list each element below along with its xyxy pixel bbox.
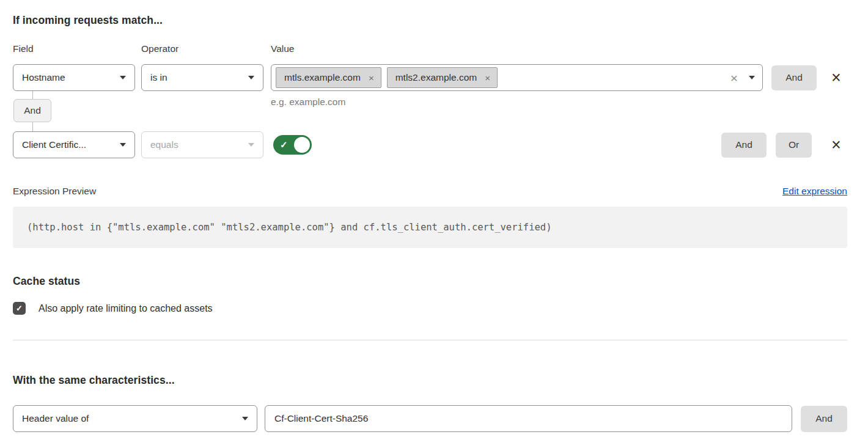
field-column-label: Field	[13, 43, 141, 54]
characteristics-title: With the same characteristics...	[13, 374, 847, 387]
tag-remove-icon[interactable]: ×	[369, 73, 374, 82]
check-icon: ✓	[16, 304, 23, 313]
clear-selection-icon[interactable]: ×	[729, 72, 740, 84]
field-select-row2-value: Client Certific...	[22, 139, 115, 150]
operator-column-label: Operator	[141, 43, 271, 54]
chevron-down-icon	[242, 417, 248, 420]
dropdown-chevron-icon[interactable]	[749, 76, 755, 79]
value-tag-text: mtls2.example.com	[395, 72, 477, 83]
cached-assets-checkbox[interactable]: ✓	[13, 302, 26, 315]
multiselect-controls: ×	[729, 72, 755, 84]
cert-verified-toggle[interactable]: ✓	[273, 135, 312, 155]
toggle-knob	[294, 137, 310, 153]
expression-code: (http.host in {"mtls.example.com" "mtls2…	[27, 222, 552, 233]
or-button-row2[interactable]: Or	[776, 133, 812, 158]
operator-select-row2-value: equals	[150, 139, 243, 150]
cache-status-title: Cache status	[13, 275, 847, 288]
field-select-row1-value: Hostname	[22, 72, 115, 83]
cache-checkbox-row: ✓ Also apply rate limiting to cached ass…	[13, 302, 847, 315]
value-tag-text: mtls.example.com	[284, 72, 361, 83]
value-multiselect[interactable]: mtls.example.com × mtls2.example.com × ×	[271, 64, 763, 91]
rule-builder-page: If incoming requests match... Field Oper…	[0, 0, 868, 440]
check-icon: ✓	[280, 139, 288, 150]
connector-line-bottom	[32, 122, 33, 131]
connector-band: And e.g. example.com	[13, 91, 847, 131]
connector-line-top	[32, 91, 33, 99]
characteristics-row: Header value of And	[13, 405, 847, 432]
remove-row2-button[interactable]: ×	[826, 135, 846, 155]
characteristic-select[interactable]: Header value of	[13, 405, 257, 432]
expression-header: Expression Preview Edit expression	[13, 186, 847, 197]
and-button-row1[interactable]: And	[771, 65, 817, 90]
connector-and-button[interactable]: And	[13, 99, 51, 122]
chevron-down-icon	[120, 143, 126, 147]
and-button-characteristics[interactable]: And	[801, 406, 847, 432]
rule-row-1: Hostname is in mtls.example.com × mtls2.…	[13, 64, 847, 91]
characteristic-select-value: Header value of	[22, 413, 237, 424]
value-helper-text: e.g. example.com	[271, 97, 345, 108]
value-column-label: Value	[271, 43, 847, 54]
operator-select-row1-value: is in	[150, 72, 243, 83]
match-section-title: If incoming requests match...	[13, 14, 847, 27]
remove-row1-button[interactable]: ×	[826, 68, 846, 87]
field-select-row1[interactable]: Hostname	[13, 64, 135, 91]
and-button-row2[interactable]: And	[721, 133, 767, 158]
section-divider	[13, 340, 847, 340]
expression-code-block: (http.host in {"mtls.example.com" "mtls2…	[13, 207, 847, 248]
chevron-down-icon	[248, 143, 254, 147]
rule-row-2: Client Certific... equals ✓ And Or ×	[13, 131, 847, 158]
value-tag: mtls2.example.com ×	[387, 67, 498, 88]
column-labels: Field Operator Value	[13, 43, 847, 54]
edit-expression-link[interactable]: Edit expression	[782, 186, 847, 197]
cached-assets-checkbox-label: Also apply rate limiting to cached asset…	[39, 303, 213, 314]
tag-remove-icon[interactable]: ×	[485, 73, 490, 82]
chevron-down-icon	[248, 76, 254, 79]
chevron-down-icon	[120, 76, 126, 79]
expression-preview-label: Expression Preview	[13, 186, 96, 197]
operator-select-row2: equals	[141, 131, 263, 158]
field-select-row2[interactable]: Client Certific...	[13, 131, 135, 158]
header-name-input[interactable]	[265, 405, 792, 432]
value-tag: mtls.example.com ×	[276, 67, 381, 88]
operator-select-row1[interactable]: is in	[141, 64, 263, 91]
